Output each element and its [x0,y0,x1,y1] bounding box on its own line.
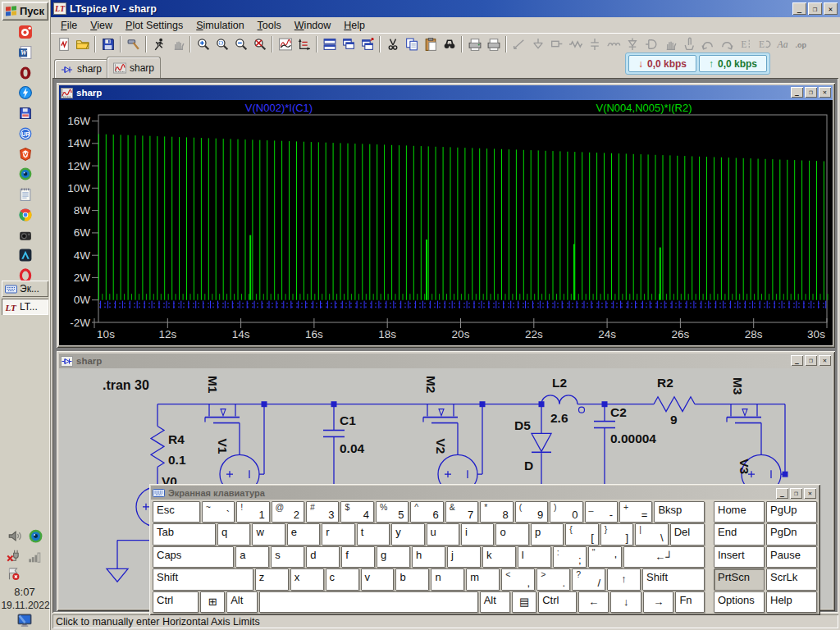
key-u[interactable]: u [427,523,459,545]
key-equals[interactable]: += [619,501,652,523]
title-bar[interactable]: LT LTspice IV - sharp _ ❐ ✕ [51,0,840,17]
key-l[interactable]: l [518,546,551,568]
minimize-button[interactable]: _ [792,2,806,15]
key-rctrl[interactable]: Ctrl [538,591,577,613]
app-icon-brave[interactable] [18,147,33,162]
toolbar-tile-horizontal-button[interactable] [320,35,339,53]
toolbar-copy-button[interactable] [402,35,421,53]
schem-minimize-button[interactable]: _ [791,355,803,366]
key-p[interactable]: p [531,523,564,545]
key-menu[interactable]: ▤ [512,591,536,613]
key-2[interactable]: @2 [272,501,304,523]
key-pgdn[interactable]: PgDn [766,523,817,545]
toolbar-cut-button[interactable] [383,35,402,53]
toolbar-zoom-fit-axes-button[interactable] [294,35,313,53]
key-home[interactable]: Home [714,501,765,523]
key-left[interactable]: ← [578,591,609,613]
app-icon-camera[interactable] [18,228,33,243]
tray-icon-volume[interactable] [7,528,22,543]
key-backtick[interactable]: ~` [202,501,235,523]
key-lctrl[interactable]: Ctrl [153,591,199,613]
key-comma[interactable]: <, [501,568,535,590]
toolbar-zoom-area-button[interactable] [212,35,231,53]
app-icon-screen-recorder[interactable] [18,25,33,39]
key-g[interactable]: g [377,546,410,568]
trace-label[interactable]: V(N004,N005)*I(R2) [596,102,692,114]
toolbar-control-panel-button[interactable] [124,35,143,53]
key-d[interactable]: d [306,546,340,568]
toolbar-print-button[interactable] [484,35,503,53]
key-0[interactable]: )0 [550,501,582,523]
taskbar-button-ltspice[interactable]: LTLT... [2,299,48,315]
key-4[interactable]: $4 [340,501,373,523]
tray-icon-signal-bars[interactable] [27,549,42,564]
trace-label[interactable]: V(N002)*I(C1) [245,102,313,114]
key-minus[interactable]: _- [585,501,618,523]
key-rshift[interactable]: Shift [642,568,705,590]
key-up[interactable]: ↑ [607,568,641,590]
key-enter[interactable]: ←┘ [623,546,705,568]
schematic-title-bar[interactable]: sharp _ ❐ ✕ [59,354,833,368]
menu-tools[interactable]: Tools [251,19,288,32]
key-y[interactable]: y [391,523,424,545]
tray-icon-alerts-flag[interactable] [6,566,21,581]
app-icon-atom[interactable] [18,248,33,262]
wave-close-button[interactable]: ✕ [819,87,831,98]
start-button[interactable]: Пуск [2,2,48,21]
waveform-title-bar[interactable]: sharp _ ❐ ✕ [59,85,833,100]
key-down[interactable]: ↓ [610,591,641,613]
key-rbracket[interactable]: }] [600,523,633,545]
toolbar-paste-button[interactable] [421,35,440,53]
key-r[interactable]: r [322,523,354,545]
key-c[interactable]: c [326,568,359,590]
menu-help[interactable]: Help [337,19,372,32]
key-semicolon[interactable]: :; [553,546,587,568]
key-esc[interactable]: Esc [153,501,200,523]
key-del[interactable]: Del [670,523,705,545]
key-end[interactable]: End [714,523,765,545]
toolbar-find-button[interactable] [440,35,459,53]
toolbar-zoom-out-button[interactable] [231,35,250,53]
key-prtscn[interactable]: PrtScn [714,568,765,590]
toolbar-zoom-in-button[interactable] [194,35,212,53]
key-k[interactable]: k [482,546,516,568]
toolbar-cascade-button[interactable] [339,35,358,53]
menu-plot-settings[interactable]: Plot Settings [119,19,189,32]
key-scrlk[interactable]: ScrLk [766,568,817,590]
key-z[interactable]: z [255,568,289,590]
key-9[interactable]: (9 [515,501,548,523]
key-lalt[interactable]: Alt [226,591,257,613]
key-o[interactable]: o [495,523,528,545]
key-3[interactable]: #3 [306,501,339,523]
tab-sharp-waveform[interactable]: sharp [107,57,161,78]
key-i[interactable]: i [461,523,494,545]
maximize-button[interactable]: ❐ [808,2,822,15]
key-a[interactable]: a [235,546,269,568]
key-e[interactable]: e [287,523,320,545]
toolbar-open-button[interactable] [73,35,92,53]
key-help[interactable]: Help [766,591,817,613]
wave-minimize-button[interactable]: _ [791,87,803,98]
tab-sharp-schematic[interactable]: sharp [54,59,108,78]
key-v[interactable]: v [361,568,395,590]
app-icon-ur-browser[interactable]: UR [18,126,33,141]
schem-maximize-button[interactable]: ❐ [805,355,817,366]
toolbar-autorange-y-button[interactable] [276,35,294,53]
toolbar-cascade-arrange-button[interactable] [358,35,377,53]
app-icon-word[interactable]: W [18,45,33,60]
menu-window[interactable]: Window [288,19,337,32]
app-icon-notepad[interactable] [18,187,33,202]
key-x[interactable]: x [290,568,324,590]
menu-file[interactable]: File [54,19,84,32]
key-slash[interactable]: ?/ [572,568,605,590]
key-6[interactable]: ^6 [410,501,443,523]
key-insert[interactable]: Insert [714,546,765,568]
key-right[interactable]: → [643,591,673,613]
key-fn[interactable]: Fn [675,591,705,613]
key-space[interactable] [259,591,478,613]
key-pgup[interactable]: PgUp [766,501,817,523]
app-icon-lightning-browser[interactable] [18,85,33,100]
close-button[interactable]: ✕ [824,2,838,15]
display-settings-icon[interactable] [17,613,34,628]
key-q[interactable]: q [217,523,250,545]
